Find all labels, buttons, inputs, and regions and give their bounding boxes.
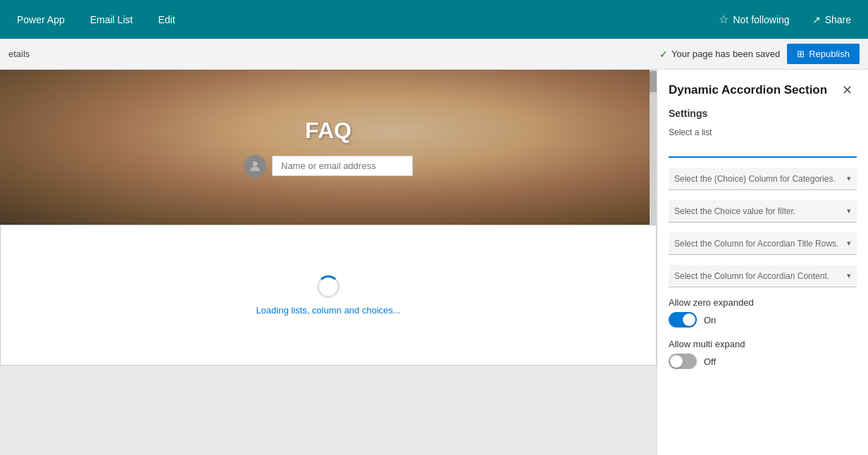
select-accord-content-label: Select the Column for Accordian Content.: [674, 271, 829, 281]
chevron-down-icon-3: ▾: [847, 239, 851, 248]
scroll-thumb: [650, 71, 657, 92]
share-icon: ↗: [812, 14, 821, 25]
faq-content: Loading lists, column and choices...: [0, 225, 657, 366]
close-icon[interactable]: ✕: [838, 81, 857, 99]
svg-point-0: [253, 161, 258, 166]
republish-button[interactable]: ⊞ Republish: [787, 44, 860, 64]
chevron-down-icon-4: ▾: [847, 271, 851, 280]
select-choice-val-dropdown[interactable]: Select the Choice value for filter. ▾: [669, 200, 857, 223]
chevron-down-icon: ▾: [847, 174, 851, 183]
allow-multi-expand-toggle[interactable]: [669, 354, 697, 369]
star-icon: ☆: [719, 13, 728, 26]
republish-label: Republish: [809, 49, 850, 59]
allow-multi-expand-row: Off: [669, 354, 857, 369]
allow-zero-expanded-label: Allow zero expanded: [669, 297, 857, 308]
loading-text: Loading lists, column and choices...: [256, 305, 400, 316]
breadcrumb: etails: [8, 49, 30, 59]
chevron-down-icon-2: ▾: [847, 206, 851, 216]
follow-button[interactable]: ☆ Not following: [713, 10, 795, 29]
user-icon: [248, 159, 262, 173]
allow-multi-expand-label: Allow multi expand: [669, 339, 857, 349]
hero-background: [0, 70, 657, 225]
allow-zero-expanded-state: On: [704, 315, 716, 325]
saved-status: ✓ Your page has been saved: [659, 49, 780, 60]
follow-label: Not following: [733, 14, 789, 25]
saved-message: Your page has been saved: [671, 49, 780, 59]
settings-section-title: Settings: [669, 108, 857, 119]
select-choice-col-group: Select the (Choice) Column for Categorie…: [669, 168, 857, 190]
top-nav-left: Power App Email List Edit: [11, 11, 696, 28]
republish-icon: ⊞: [797, 49, 805, 59]
panel-title: Dynamic Accordion Section: [669, 83, 827, 97]
allow-zero-expanded-group: Allow zero expanded On: [669, 297, 857, 328]
select-accord-title-label: Select the Column for Accordian Title Ro…: [674, 239, 838, 249]
loading-spinner: [317, 275, 340, 298]
allow-multi-expand-state: Off: [704, 356, 716, 367]
avatar: [244, 155, 266, 177]
top-nav: Power App Email List Edit ☆ Not followin…: [0, 0, 868, 39]
select-accord-title-group: Select the Column for Accordian Title Ro…: [669, 232, 857, 255]
allow-multi-expand-group: Allow multi expand Off: [669, 339, 857, 369]
select-choice-val-label: Select the Choice value for filter.: [674, 206, 795, 216]
nav-email-list[interactable]: Email List: [85, 11, 139, 28]
main-layout: FAQ Loading lists, column and choices...…: [0, 70, 868, 455]
nav-power-app[interactable]: Power App: [11, 11, 70, 28]
check-icon: ✓: [659, 49, 668, 60]
content-area: FAQ Loading lists, column and choices...: [0, 70, 657, 455]
faq-title: FAQ: [305, 118, 352, 144]
select-choice-col-label: Select the (Choice) Column for Categorie…: [674, 174, 836, 184]
scroll-bar[interactable]: [650, 70, 657, 225]
select-choice-val-group: Select the Choice value for filter. ▾: [669, 200, 857, 223]
allow-zero-expanded-row: On: [669, 312, 857, 328]
select-list-group: Select a list: [669, 127, 857, 158]
select-accord-content-dropdown[interactable]: Select the Column for Accordian Content.…: [669, 265, 857, 287]
faq-search-row: [244, 155, 413, 177]
select-accord-content-group: Select the Column for Accordian Content.…: [669, 265, 857, 287]
share-label: Share: [825, 14, 851, 25]
panel-header: Dynamic Accordion Section ✕: [669, 81, 857, 99]
faq-search-input[interactable]: [272, 156, 413, 176]
nav-edit[interactable]: Edit: [152, 11, 180, 28]
allow-zero-expanded-toggle[interactable]: [669, 312, 697, 328]
right-panel: Dynamic Accordion Section ✕ Settings Sel…: [657, 70, 868, 455]
toggle-thumb-off: [670, 355, 683, 368]
select-list-label: Select a list: [669, 127, 857, 137]
toggle-thumb-on: [683, 313, 695, 326]
select-accord-title-dropdown[interactable]: Select the Column for Accordian Title Ro…: [669, 232, 857, 255]
select-list-input[interactable]: [669, 140, 857, 158]
select-choice-col-dropdown[interactable]: Select the (Choice) Column for Categorie…: [669, 168, 857, 190]
share-button[interactable]: ↗ Share: [807, 11, 857, 28]
top-nav-right: ☆ Not following ↗ Share: [713, 10, 857, 29]
faq-hero: FAQ: [0, 70, 657, 225]
toolbar: etails ✓ Your page has been saved ⊞ Repu…: [0, 39, 868, 70]
